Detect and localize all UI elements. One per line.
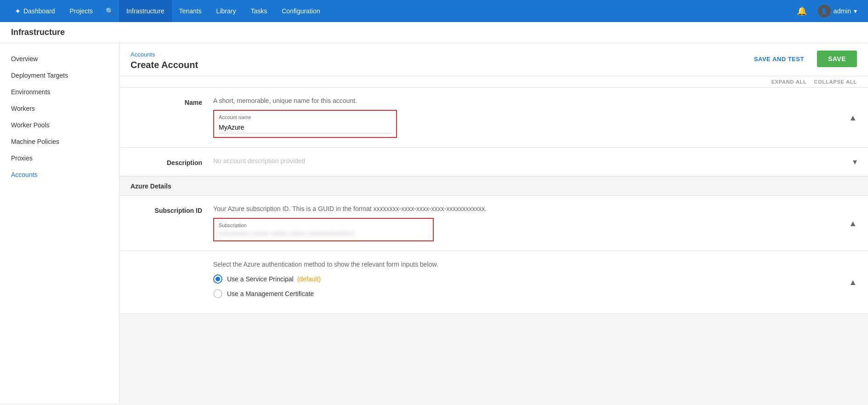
name-description: A short, memorable, unique name for this… bbox=[213, 97, 857, 104]
subscription-section-toggle[interactable]: ▲ bbox=[849, 218, 857, 228]
nav-library-label: Library bbox=[216, 7, 236, 15]
auth-form-row: Select the Azure authentication method t… bbox=[119, 251, 868, 314]
name-label: Name bbox=[130, 97, 213, 106]
main-content: Accounts Create Account SAVE AND TEST SA… bbox=[119, 43, 868, 403]
description-placeholder: No account description provided bbox=[213, 157, 305, 165]
sidebar-item-overview-label: Overview bbox=[11, 55, 38, 63]
notifications-icon[interactable]: 🔔 bbox=[793, 6, 811, 16]
header-actions: SAVE AND TEST SAVE bbox=[747, 51, 857, 67]
auth-label bbox=[130, 261, 213, 262]
nav-tenants[interactable]: Tenants bbox=[172, 0, 209, 22]
sidebar-item-worker-pools-label: Worker Pools bbox=[11, 121, 50, 129]
account-name-input[interactable] bbox=[219, 122, 391, 133]
chevron-down-icon: ▾ bbox=[854, 7, 857, 15]
auth-description: Select the Azure authentication method t… bbox=[213, 261, 857, 268]
name-section-toggle[interactable]: ▲ bbox=[849, 113, 857, 122]
sidebar-item-overview[interactable]: Overview bbox=[0, 51, 119, 67]
account-name-input-label: Account name bbox=[219, 114, 391, 120]
sidebar-item-environments[interactable]: Environments bbox=[0, 84, 119, 100]
radio-service-principal-circle bbox=[213, 274, 222, 284]
azure-details-header: Azure Details bbox=[119, 177, 868, 196]
radio-service-principal-label: Use a Service Principal (default) bbox=[227, 275, 321, 283]
sidebar: Overview Deployment Targets Environments… bbox=[0, 43, 119, 403]
name-section: Name A short, memorable, unique name for… bbox=[119, 88, 868, 148]
nav-projects[interactable]: Projects bbox=[62, 0, 101, 22]
nav-configuration-label: Configuration bbox=[282, 7, 320, 15]
nav-dashboard-label: Dashboard bbox=[23, 7, 55, 15]
dashboard-icon: ✦ bbox=[15, 7, 21, 16]
description-label: Description bbox=[130, 157, 213, 166]
sidebar-item-accounts-label: Accounts bbox=[11, 171, 38, 178]
sidebar-item-workers-label: Workers bbox=[11, 105, 35, 112]
auth-method-section: Select the Azure authentication method t… bbox=[119, 251, 868, 314]
subscription-form-row: Subscription ID Your Azure subscription … bbox=[119, 196, 868, 251]
nav-library[interactable]: Library bbox=[209, 0, 244, 22]
expand-all-button[interactable]: EXPAND ALL bbox=[771, 79, 806, 85]
save-button[interactable]: SAVE bbox=[817, 51, 857, 67]
auth-field-col: Select the Azure authentication method t… bbox=[213, 261, 857, 304]
breadcrumb[interactable]: Accounts bbox=[130, 51, 155, 58]
radio-management-certificate[interactable]: Use a Management Certificate bbox=[213, 289, 857, 298]
subscription-section: Subscription ID Your Azure subscription … bbox=[119, 196, 868, 251]
sidebar-item-machine-policies[interactable]: Machine Policies bbox=[0, 133, 119, 150]
subscription-label: Subscription ID bbox=[130, 205, 213, 214]
radio-management-certificate-circle bbox=[213, 289, 222, 298]
collapse-all-button[interactable]: COLLAPSE ALL bbox=[814, 79, 857, 85]
sidebar-item-proxies[interactable]: Proxies bbox=[0, 150, 119, 166]
save-and-test-button[interactable]: SAVE AND TEST bbox=[747, 52, 811, 66]
expand-collapse-row: EXPAND ALL COLLAPSE ALL bbox=[119, 76, 868, 88]
page-body: Overview Deployment Targets Environments… bbox=[0, 43, 868, 403]
name-field-col: A short, memorable, unique name for this… bbox=[213, 97, 857, 138]
service-principal-default-tag: (default) bbox=[297, 275, 321, 283]
description-section: Description No account description provi… bbox=[119, 148, 868, 176]
nav-tasks-label: Tasks bbox=[250, 7, 267, 15]
radio-service-principal[interactable]: Use a Service Principal (default) bbox=[213, 274, 857, 284]
description-form-row: Description No account description provi… bbox=[119, 148, 868, 176]
name-form-row: Name A short, memorable, unique name for… bbox=[119, 88, 868, 148]
user-name: admin bbox=[834, 7, 851, 15]
auth-radio-group: Use a Service Principal (default) Use a … bbox=[213, 274, 857, 298]
auth-section-toggle[interactable]: ▲ bbox=[849, 278, 857, 287]
user-avatar: 👤 bbox=[818, 5, 831, 17]
sidebar-item-workers[interactable]: Workers bbox=[0, 100, 119, 117]
content-header: Accounts Create Account SAVE AND TEST SA… bbox=[119, 43, 868, 76]
account-name-input-box: Account name bbox=[213, 110, 397, 138]
sidebar-item-environments-label: Environments bbox=[11, 88, 51, 96]
nav-tenants-label: Tenants bbox=[179, 7, 202, 15]
breadcrumb-title: Accounts Create Account bbox=[130, 51, 198, 70]
subscription-description: Your Azure subscription ID. This is a GU… bbox=[213, 205, 857, 212]
subscription-input-box: Subscription xxxxxxxx-xxxx-xxxx-xxxx-xxx… bbox=[213, 218, 434, 241]
sidebar-item-deployment-targets-label: Deployment Targets bbox=[11, 72, 68, 79]
nav-tasks[interactable]: Tasks bbox=[243, 0, 274, 22]
nav-right: 🔔 👤 admin ▾ bbox=[793, 5, 861, 17]
subscription-field-col: Your Azure subscription ID. This is a GU… bbox=[213, 205, 857, 241]
nav-projects-label: Projects bbox=[70, 7, 93, 15]
sidebar-item-deployment-targets[interactable]: Deployment Targets bbox=[0, 67, 119, 84]
sidebar-item-accounts[interactable]: Accounts bbox=[0, 166, 119, 183]
user-menu[interactable]: 👤 admin ▾ bbox=[814, 5, 861, 17]
sidebar-item-worker-pools[interactable]: Worker Pools bbox=[0, 117, 119, 133]
description-field-col: No account description provided bbox=[213, 157, 857, 165]
nav-search-button[interactable]: 🔍 bbox=[100, 0, 119, 22]
nav-dashboard[interactable]: ✦ Dashboard bbox=[7, 0, 62, 22]
top-navigation: ✦ Dashboard Projects 🔍 Infrastructure Te… bbox=[0, 0, 868, 22]
nav-infrastructure[interactable]: Infrastructure bbox=[119, 0, 171, 22]
page-header: Infrastructure bbox=[0, 22, 868, 43]
subscription-input-label: Subscription bbox=[219, 222, 428, 228]
subscription-value: xxxxxxxx-xxxx-xxxx-xxxx-xxxxxxxxxxxx bbox=[219, 230, 428, 237]
sidebar-item-machine-policies-label: Machine Policies bbox=[11, 138, 59, 145]
radio-management-certificate-label: Use a Management Certificate bbox=[227, 290, 314, 297]
sidebar-item-proxies-label: Proxies bbox=[11, 154, 33, 162]
nav-infrastructure-label: Infrastructure bbox=[126, 7, 164, 15]
page-title: Infrastructure bbox=[11, 28, 65, 37]
search-icon: 🔍 bbox=[106, 7, 113, 15]
page-heading: Create Account bbox=[130, 60, 198, 70]
description-section-toggle[interactable]: ▾ bbox=[853, 157, 857, 167]
nav-configuration[interactable]: Configuration bbox=[274, 0, 327, 22]
